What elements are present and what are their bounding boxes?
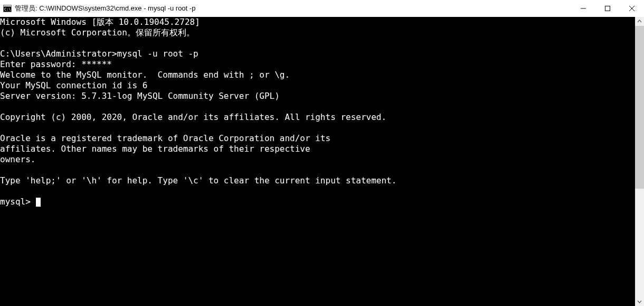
scrollbar[interactable] [635, 17, 644, 306]
terminal-line: Oracle is a registered trademark of Orac… [0, 133, 635, 144]
title-left: C:\ 管理员: C:\WINDOWS\system32\cmd.exe - m… [0, 4, 571, 13]
terminal-line: (c) Microsoft Corporation。保留所有权利。 [0, 27, 635, 38]
terminal-line [0, 186, 635, 197]
app-icon: C:\ [3, 4, 12, 13]
terminal-line: Welcome to the MySQL monitor. Commands e… [0, 70, 635, 80]
terminal-line: Copyright (c) 2000, 2020, Oracle and/or … [0, 112, 635, 123]
terminal-prompt-line[interactable]: mysql> [0, 197, 635, 207]
scroll-down-button[interactable] [635, 297, 644, 306]
svg-rect-4 [605, 6, 610, 11]
minimize-button[interactable] [571, 0, 595, 16]
terminal-line: owners. [0, 154, 635, 165]
svg-rect-1 [4, 5, 12, 6]
terminal-line [0, 165, 635, 175]
scroll-up-button[interactable] [635, 17, 644, 26]
terminal-cursor [36, 198, 41, 207]
terminal-line [0, 101, 635, 112]
close-button[interactable] [620, 0, 644, 16]
scroll-thumb[interactable] [635, 26, 644, 189]
terminal-line: Type 'help;' or '\h' for help. Type '\c'… [0, 175, 635, 186]
terminal-line: affiliates. Other names may be trademark… [0, 144, 635, 154]
terminal-line: C:\Users\Administrator>mysql -u root -p [0, 49, 635, 59]
terminal-line: Server version: 5.7.31-log MySQL Communi… [0, 91, 635, 101]
cmd-window: C:\ 管理员: C:\WINDOWS\system32\cmd.exe - m… [0, 0, 644, 306]
terminal-line: Enter password: ****** [0, 59, 635, 70]
terminal-prompt: mysql> [0, 197, 35, 207]
titlebar[interactable]: C:\ 管理员: C:\WINDOWS\system32\cmd.exe - m… [0, 0, 644, 17]
terminal-line [0, 123, 635, 133]
scroll-track[interactable] [635, 26, 644, 297]
terminal-line [0, 38, 635, 49]
window-controls [571, 0, 644, 16]
terminal-output[interactable]: Microsoft Windows [版本 10.0.19045.2728](c… [0, 17, 635, 306]
terminal-line: Microsoft Windows [版本 10.0.19045.2728] [0, 17, 635, 27]
maximize-button[interactable] [595, 0, 620, 16]
content-area: Microsoft Windows [版本 10.0.19045.2728](c… [0, 17, 644, 306]
terminal-line: Your MySQL connection id is 6 [0, 80, 635, 91]
svg-text:C:\: C:\ [4, 7, 11, 12]
window-title: 管理员: C:\WINDOWS\system32\cmd.exe - mysql… [15, 4, 195, 13]
